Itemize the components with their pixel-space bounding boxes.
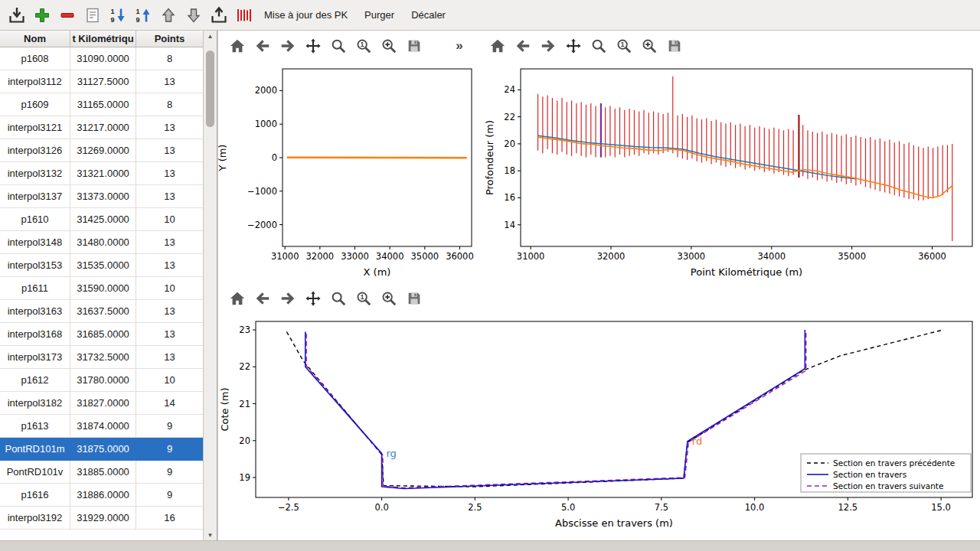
svg-text:−1000: −1000 [247, 186, 277, 197]
table-row[interactable]: interpol318231827.000014 [0, 392, 204, 415]
forward-icon[interactable] [278, 36, 298, 56]
table-row[interactable]: PontRD101v31885.00009 [0, 461, 204, 484]
table-row[interactable]: interpol316831685.000013 [0, 323, 204, 346]
sections-table-body: p160831090.00008interpol311231127.500013… [0, 47, 204, 530]
move-up-icon[interactable] [158, 5, 178, 25]
table-row[interactable]: interpol313231321.000013 [0, 162, 204, 185]
table-scrollbar[interactable]: ▲ ▼ [203, 31, 217, 540]
table-cell: interpol3137 [0, 185, 70, 208]
table-cell: 31929.0000 [70, 507, 136, 530]
table-cell: 10 [136, 369, 204, 392]
table-row[interactable]: interpol315331535.000013 [0, 254, 204, 277]
column-header-points[interactable]: Points [136, 31, 204, 47]
table-cell: 31480.0000 [70, 231, 136, 254]
column-header-nom[interactable]: Nom [0, 31, 70, 47]
table-row[interactable]: interpol319231929.000016 [0, 507, 204, 530]
pan-icon[interactable] [303, 36, 323, 56]
table-row[interactable]: interpol312131217.000013 [0, 116, 204, 139]
svg-text:32000: 32000 [306, 251, 335, 262]
save-icon[interactable] [404, 36, 424, 56]
menu-mise-a-jour-des-pk[interactable]: Mise à jour des PK [257, 5, 354, 24]
home-icon[interactable] [227, 36, 247, 56]
zoom-plus-icon[interactable] [379, 36, 399, 56]
svg-text:34000: 34000 [376, 251, 404, 262]
table-row[interactable]: interpol314831480.000013 [0, 231, 204, 254]
table-row[interactable]: interpol312631269.000013 [0, 139, 204, 162]
import-icon[interactable] [6, 5, 27, 25]
table-cell: 9 [136, 484, 204, 507]
zoom-icon[interactable] [589, 36, 609, 56]
svg-text:0.0: 0.0 [374, 502, 388, 513]
pan-icon[interactable] [303, 289, 323, 308]
longitudinal-profile-chart[interactable]: 3100032000330003400035000360001416182022… [482, 60, 980, 283]
zoom-icon[interactable] [328, 36, 348, 56]
table-row[interactable]: p161631886.00009 [0, 484, 204, 507]
export-icon[interactable] [208, 5, 229, 25]
table-row[interactable]: interpol316331637.500013 [0, 300, 204, 323]
pan-icon[interactable] [564, 36, 583, 56]
scroll-down-icon[interactable]: ▼ [204, 530, 217, 540]
edit-icon[interactable] [82, 5, 103, 25]
plan-view-chart[interactable]: 310003200033000340003500036000−2000−1000… [218, 60, 475, 283]
back-icon[interactable] [513, 36, 533, 56]
save-icon[interactable] [665, 36, 684, 56]
column-header-point-kilometrique[interactable]: t Kilométriqu [70, 31, 136, 47]
svg-text:32000: 32000 [597, 251, 626, 262]
scroll-up-icon[interactable]: ▲ [204, 31, 217, 41]
table-row[interactable]: p161331874.00009 [0, 415, 204, 438]
svg-text:36000: 36000 [446, 251, 474, 262]
zoom-one-icon[interactable] [354, 289, 374, 308]
menu-decaler[interactable]: Décaler [404, 5, 452, 24]
svg-text:5.0: 5.0 [561, 502, 575, 513]
zoom-plus-icon[interactable] [639, 36, 659, 56]
svg-text:X (m): X (m) [364, 266, 391, 278]
home-icon[interactable] [227, 289, 247, 308]
zoom-plus-icon[interactable] [379, 289, 399, 308]
sections-icon[interactable] [234, 5, 254, 25]
table-cell: 31875.0000 [70, 438, 136, 461]
zoom-icon[interactable] [328, 289, 348, 308]
table-row[interactable]: p160831090.00008 [0, 47, 204, 70]
save-icon[interactable] [404, 289, 424, 308]
home-icon[interactable] [488, 36, 508, 56]
svg-text:34000: 34000 [757, 251, 786, 262]
svg-text:−2000: −2000 [247, 220, 277, 230]
sort-asc-icon[interactable] [107, 5, 128, 25]
table-cell: interpol3126 [0, 139, 70, 162]
table-cell: 31885.0000 [70, 461, 136, 484]
forward-icon[interactable] [538, 36, 558, 56]
sort-desc-icon[interactable] [132, 5, 153, 25]
table-row[interactable]: p161131590.000010 [0, 277, 204, 300]
table-cell: 16 [136, 507, 204, 530]
table-row[interactable]: p160931165.00008 [0, 93, 204, 116]
remove-icon[interactable] [57, 5, 77, 25]
zoom-one-icon[interactable] [354, 36, 374, 56]
cross-section-chart[interactable]: −2.50.02.55.07.510.012.515.01920212223Ab… [218, 311, 980, 540]
table-row[interactable]: p161231780.000010 [0, 369, 204, 392]
table-cell: 9 [136, 415, 204, 438]
table-cell: 8 [136, 93, 204, 116]
menu-purger[interactable]: Purger [358, 5, 401, 24]
table-row[interactable]: PontRD101m31875.00009 [0, 438, 204, 461]
table-cell: PontRD101m [0, 438, 70, 461]
move-down-icon[interactable] [183, 5, 204, 25]
svg-text:33000: 33000 [341, 251, 369, 262]
forward-icon[interactable] [278, 289, 298, 308]
back-icon[interactable] [253, 289, 273, 308]
zoom-one-icon[interactable] [614, 36, 634, 56]
table-cell: 31269.0000 [70, 139, 136, 162]
table-row[interactable]: interpol311231127.500013 [0, 70, 204, 93]
back-icon[interactable] [253, 36, 273, 56]
svg-text:31000: 31000 [517, 251, 545, 262]
table-cell: interpol3173 [0, 346, 70, 369]
svg-text:36000: 36000 [918, 251, 946, 262]
svg-text:Y (m): Y (m) [218, 145, 228, 172]
add-icon[interactable] [31, 5, 52, 25]
scrollbar-thumb[interactable] [206, 51, 214, 127]
table-row[interactable]: interpol313731373.000013 [0, 185, 204, 208]
table-cell: interpol3121 [0, 116, 70, 139]
table-row[interactable]: p161031425.000010 [0, 208, 204, 231]
svg-text:Abscisse en travers (m): Abscisse en travers (m) [555, 517, 673, 529]
toolbar-overflow-button[interactable]: » [449, 36, 469, 56]
table-row[interactable]: interpol317331732.500013 [0, 346, 204, 369]
